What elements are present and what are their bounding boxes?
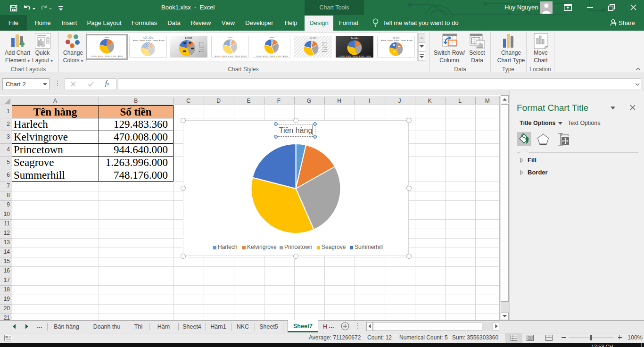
svg-text:SỐ TIỀN: SỐ TIỀN (143, 36, 153, 39)
svg-text:Số tiền: Số tiền (310, 37, 317, 39)
svg-text:số tiền: số tiền (393, 36, 400, 39)
svg-text:Số tiền: Số tiền (351, 37, 359, 40)
svg-text:Số tiền: Số tiền (185, 36, 192, 39)
